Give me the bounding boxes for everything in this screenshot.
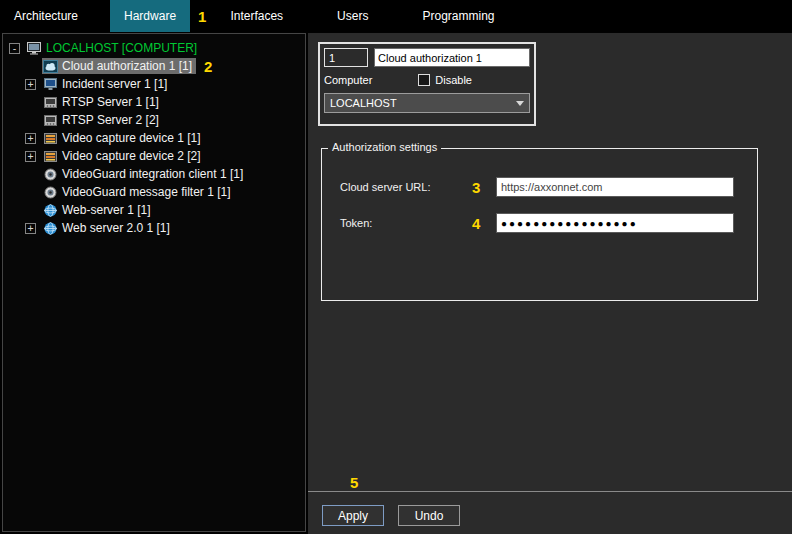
object-id-field[interactable] [324,48,368,67]
annotation-5: 5 [350,475,358,490]
tree-item-label: Cloud authorization 1 [1] [62,59,192,73]
tree-item-label: Web server 2.0 1 [1] [62,221,170,235]
tree-item-video-capture-2[interactable]: Video capture device 2 [2] [3,147,305,165]
tab-architecture[interactable]: Architecture [0,0,92,32]
disable-checkbox[interactable] [418,74,430,86]
tree-item-label: VideoGuard integration client 1 [1] [62,167,243,181]
tab-hardware[interactable]: Hardware [110,0,190,32]
expand-icon[interactable] [25,79,36,90]
tree-item-web-server-20[interactable]: Web server 2.0 1 [1] [3,219,305,237]
selected-highlight: Cloud authorization 1 [1] [42,58,196,74]
videoguard-icon [43,186,58,199]
tab-interfaces[interactable]: Interfaces [216,0,297,32]
tab-bar: Architecture Hardware 1 Interfaces Users… [0,0,792,32]
chevron-down-icon [516,101,524,106]
rtsp-server-icon [43,114,58,127]
tree-item-web-server-1[interactable]: Web-server 1 [1] [3,201,305,219]
authorization-settings-group: Authorization settings Cloud server URL:… [321,148,758,301]
expand-icon[interactable] [25,223,36,234]
cloud-server-url-label: Cloud server URL: [340,181,472,193]
expand-icon[interactable] [25,133,36,144]
tree-item-incident-server[interactable]: Incident server 1 [1] [3,75,305,93]
cloud-server-url-input[interactable] [496,177,734,197]
device-tree: LOCALHOST [COMPUTER] Cloud authorization… [2,33,306,532]
group-title: Authorization settings [328,141,441,153]
apply-button[interactable]: Apply [322,505,384,526]
tree-item-videoguard-integration-client[interactable]: VideoGuard integration client 1 [1] [3,165,305,183]
tree-item-label: RTSP Server 1 [1] [62,95,159,109]
cloud-auth-icon [43,60,58,73]
tree-item-videoguard-message-filter[interactable]: VideoGuard message filter 1 [1] [3,183,305,201]
tree-item-video-capture-1[interactable]: Video capture device 1 [1] [3,129,305,147]
footer-buttons: Apply Undo [322,505,460,526]
web-server-icon [43,222,58,235]
annotation-2: 2 [204,59,212,74]
collapse-icon[interactable] [9,43,20,54]
tab-programming[interactable]: Programming [408,0,508,32]
computer-label: Computer [324,74,372,86]
tree-item-label: Video capture device 1 [1] [62,131,201,145]
expand-icon[interactable] [25,151,36,162]
token-label: Token: [340,217,472,229]
tree-root-label: LOCALHOST [COMPUTER] [46,41,197,55]
tree-item-label: Incident server 1 [1] [62,77,167,91]
computer-select-value: LOCALHOST [330,97,397,109]
tree-item-rtsp-server-1[interactable]: RTSP Server 1 [1] [3,93,305,111]
annotation-1: 1 [198,9,206,24]
video-capture-icon [43,132,58,145]
annotation-3: 3 [472,180,496,195]
tree-item-label: Video capture device 2 [2] [62,149,201,163]
web-server-icon [43,204,58,217]
settings-panel: Computer Disable LOCALHOST Authorization… [308,33,792,534]
footer-divider [308,491,792,492]
disable-label: Disable [435,74,472,86]
object-name-field[interactable] [374,48,530,67]
tree-root-localhost[interactable]: LOCALHOST [COMPUTER] [3,39,305,57]
video-capture-icon [43,150,58,163]
tree-item-rtsp-server-2[interactable]: RTSP Server 2 [2] [3,111,305,129]
incident-server-icon [43,78,58,91]
identity-box: Computer Disable LOCALHOST [318,42,536,126]
rtsp-server-icon [43,96,58,109]
undo-button[interactable]: Undo [398,505,460,526]
computer-select[interactable]: LOCALHOST [324,93,530,113]
tree-item-cloud-authorization[interactable]: Cloud authorization 1 [1] 2 [3,57,305,75]
tree-item-label: Web-server 1 [1] [62,203,150,217]
tab-users[interactable]: Users [323,0,382,32]
annotation-4: 4 [472,216,496,231]
tree-item-label: RTSP Server 2 [2] [62,113,159,127]
tree-item-label: VideoGuard message filter 1 [1] [62,185,231,199]
token-input[interactable] [496,213,734,233]
computer-icon [27,42,42,55]
videoguard-icon [43,168,58,181]
